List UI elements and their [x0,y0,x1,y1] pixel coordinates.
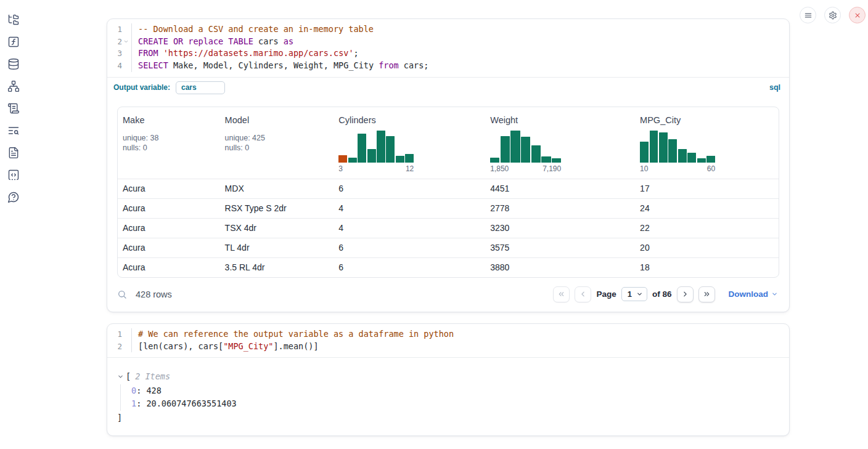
table-cell: 3.5 RL 4dr [220,257,334,277]
histogram-min-label: 1,850 [490,164,509,173]
code-line: 1-- Download a CSV and create an in-memo… [107,23,789,36]
python-editor[interactable]: 1# We can reference the output variable … [107,324,789,357]
python-output: [ 2 Items 0: 4281: 20.060747663551403 ] [107,357,789,435]
histogram-max-label: 12 [406,164,414,173]
table-cell: Acura [118,257,220,277]
histogram-bar [640,142,649,163]
column-header-mpg_city[interactable]: MPG_City1060 [635,107,779,179]
documentation-icon[interactable] [7,147,20,159]
histogram-max-label: 60 [707,164,715,173]
column-histogram: 312 [338,131,414,173]
histogram-min-label: 3 [338,164,343,173]
table-cell: 3230 [485,218,635,238]
topbar-controls [800,7,866,23]
column-header-weight[interactable]: Weight1,8507,190 [485,107,635,179]
next-page-button[interactable] [677,286,694,302]
output-list-item: 0: 428 [131,384,779,398]
menu-button[interactable] [800,7,816,23]
table-row[interactable]: Acura3.5 RL 4dr6388018 [118,257,779,277]
column-histogram: 1060 [640,131,715,173]
output-variable-input[interactable] [176,81,225,94]
column-header-model[interactable]: Modelunique: 425nulls: 0 [220,107,334,179]
item-separator: : [136,386,146,395]
code-token [158,48,163,58]
open-bracket: [ [126,370,131,384]
column-name: Weight [490,115,630,125]
table-cell: 4451 [485,179,635,198]
fold-slot [122,328,130,341]
close-button[interactable] [849,7,866,23]
table-cell: 3575 [485,238,635,257]
histogram-bar [552,158,561,163]
column-stat: unique: 38 [123,133,215,144]
code-token: ; [354,48,359,58]
code-token: [len(cars), cars[ [138,341,223,351]
table-cell: 6 [334,238,485,257]
column-header-make[interactable]: Makeunique: 38nulls: 0 [118,107,220,179]
table-row[interactable]: AcuraRSX Type S 2dr4277824 [118,198,779,218]
sql-editor[interactable]: 1-- Download a CSV and create an in-memo… [107,19,789,77]
code-line: 1# We can reference the output variable … [107,328,789,341]
data-table: Makeunique: 38nulls: 0Modelunique: 425nu… [117,107,779,278]
code-text: -- Download a CSV and create an in-memor… [131,23,374,36]
line-number: 1 [107,328,122,341]
item-index: 0 [131,386,136,395]
column-stat: nulls: 0 [225,143,329,153]
table-cell: 6 [334,179,485,198]
line-number: 2 [107,341,122,353]
row-count: 428 rows [136,289,172,299]
code-token: ].mean()] [273,341,318,351]
scratchpad-icon[interactable] [7,102,20,115]
table-cell: RSX Type S 2dr [220,198,334,218]
histogram-bar [358,134,366,163]
table-row[interactable]: AcuraTL 4dr6357520 [118,238,779,257]
line-number: 2 [107,36,122,48]
fold-slot [122,341,130,353]
histogram-bar [531,145,541,163]
histogram-bar [678,149,687,163]
search-icon[interactable] [117,289,127,299]
code-token: FROM [138,48,158,58]
histogram-axis-labels: 1060 [640,164,715,173]
collapse-caret-icon[interactable] [117,373,124,380]
download-button[interactable]: Download [729,289,779,299]
last-page-button[interactable] [698,286,715,302]
column-header-cylinders[interactable]: Cylinders312 [334,107,485,179]
column-name: Model [225,115,329,125]
histogram-bar [659,132,668,163]
prev-page-button[interactable] [575,286,591,302]
table-row[interactable]: AcuraTSX 4dr4323022 [118,218,779,238]
code-line: 3FROM 'https://datasets.marimo.app/cars.… [107,47,789,60]
table-cell: 22 [635,218,779,238]
notebook: 1-- Download a CSV and create an in-memo… [107,18,790,447]
help-icon[interactable] [7,191,20,203]
file-explorer-icon[interactable] [7,14,20,26]
dependency-graph-icon[interactable] [7,80,20,92]
code-text: CREATE OR replace TABLE cars as [131,36,293,48]
code-line: 4SELECT Make, Model, Cylinders, Weight, … [107,60,789,72]
column-stat: unique: 425 [225,133,329,144]
histogram-bar [501,136,510,163]
page-label: Page [596,289,616,299]
column-stat: nulls: 0 [123,143,215,153]
pagination: Page 1 of 86 Download [553,286,778,302]
first-page-button[interactable] [553,286,570,302]
table-row[interactable]: AcuraMDX6445117 [118,179,779,198]
page-select[interactable]: 1 [621,287,647,301]
column-stats: unique: 425nulls: 0 [225,133,329,153]
column-name: Make [123,115,215,125]
functions-icon[interactable] [7,36,20,48]
fold-caret-icon[interactable] [122,36,130,48]
histogram-bar [367,149,376,163]
histogram-bar [348,158,357,163]
data-sources-icon[interactable] [7,58,20,70]
code-token: CREATE OR [138,36,183,46]
logs-icon[interactable] [7,124,20,137]
code-token: replace [188,36,223,46]
settings-button[interactable] [824,7,841,23]
table-cell: TL 4dr [220,238,334,257]
table-cell: Acura [118,198,220,218]
code-token: TABLE [228,36,253,46]
page-total: of 86 [652,289,672,299]
snippets-icon[interactable] [7,169,20,181]
